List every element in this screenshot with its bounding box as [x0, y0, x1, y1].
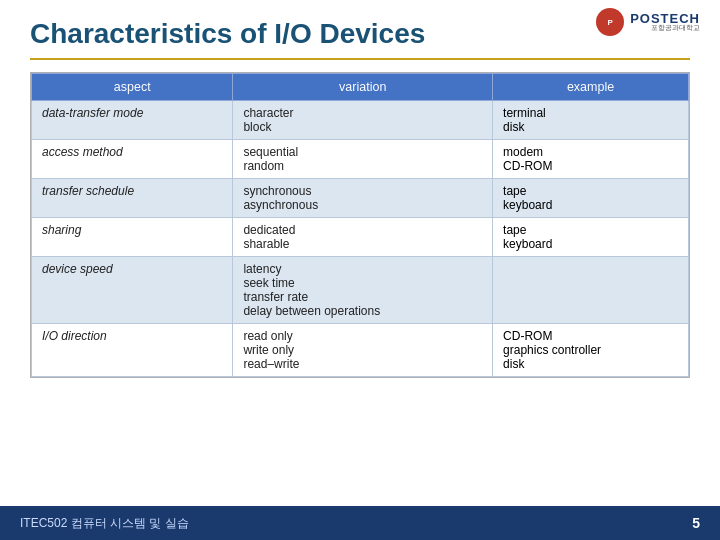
cell-variation: synchronous asynchronous [233, 179, 493, 218]
cell-variation: dedicated sharable [233, 218, 493, 257]
table-row: transfer schedulesynchronous asynchronou… [32, 179, 689, 218]
table-row: data-transfer modecharacter blocktermina… [32, 101, 689, 140]
cell-example: modem CD-ROM [493, 140, 689, 179]
cell-aspect: access method [32, 140, 233, 179]
cell-aspect: sharing [32, 218, 233, 257]
cell-example [493, 257, 689, 324]
logo-icon: P [596, 8, 624, 36]
col-example: example [493, 74, 689, 101]
col-variation: variation [233, 74, 493, 101]
cell-example: tape keyboard [493, 218, 689, 257]
table-row: sharingdedicated sharabletape keyboard [32, 218, 689, 257]
cell-variation: sequential random [233, 140, 493, 179]
io-devices-table: aspect variation example data-transfer m… [30, 72, 690, 378]
cell-variation: read only write only read–write [233, 324, 493, 377]
cell-aspect: transfer schedule [32, 179, 233, 218]
footer-course: ITEC502 컴퓨터 시스템 및 실습 [20, 515, 189, 532]
logo-area: P POSTECH 포항공과대학교 [596, 8, 700, 36]
cell-example: CD-ROM graphics controller disk [493, 324, 689, 377]
cell-aspect: device speed [32, 257, 233, 324]
cell-aspect: I/O direction [32, 324, 233, 377]
table-row: access methodsequential randommodem CD-R… [32, 140, 689, 179]
cell-example: tape keyboard [493, 179, 689, 218]
cell-example: terminal disk [493, 101, 689, 140]
col-aspect: aspect [32, 74, 233, 101]
table-row: device speedlatency seek time transfer r… [32, 257, 689, 324]
title-divider [30, 58, 690, 60]
footer-bar: ITEC502 컴퓨터 시스템 및 실습 5 [0, 506, 720, 540]
footer-page: 5 [692, 515, 700, 531]
cell-variation: character block [233, 101, 493, 140]
cell-aspect: data-transfer mode [32, 101, 233, 140]
cell-variation: latency seek time transfer rate delay be… [233, 257, 493, 324]
table-row: I/O directionread only write only read–w… [32, 324, 689, 377]
table-header-row: aspect variation example [32, 74, 689, 101]
